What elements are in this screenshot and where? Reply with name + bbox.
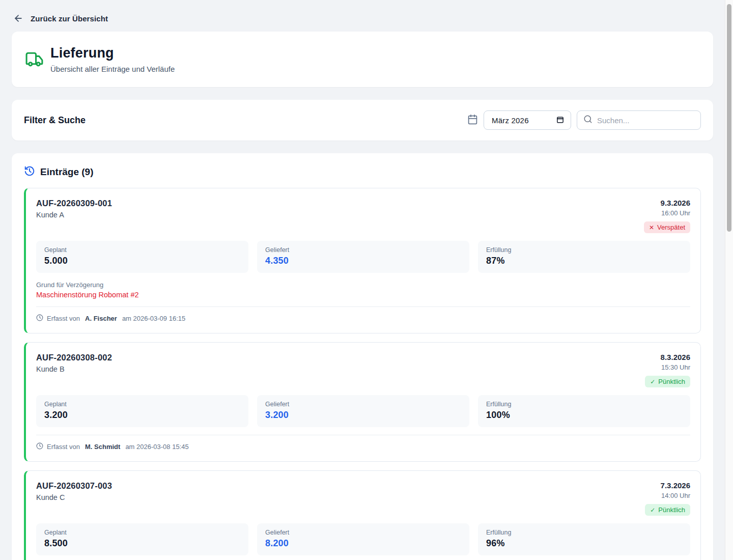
stat-value: 8.200: [265, 538, 461, 549]
truck-icon: [25, 50, 44, 71]
search-input[interactable]: [597, 116, 694, 125]
entry-time: 15:30 Uhr: [645, 363, 690, 371]
stat-value: 87%: [486, 256, 682, 266]
stat-delivered: Geliefert 3.200: [257, 395, 469, 427]
entry-date: 8.3.2026: [645, 353, 690, 361]
entry-time: 16:00 Uhr: [644, 209, 690, 217]
page-subtitle: Übersicht aller Einträge und Verläufe: [50, 65, 175, 73]
recorded-by-label: Erfasst von: [47, 315, 80, 322]
status-badge-ontime: ✓Pünktlich: [645, 376, 690, 387]
entry-date: 7.3.2026: [645, 481, 690, 490]
stat-label: Geplant: [44, 529, 240, 536]
stat-label: Geliefert: [265, 529, 461, 536]
stat-value: 3.200: [44, 410, 240, 421]
recorded-by-label: Erfasst von: [47, 443, 80, 451]
entries-section: Einträge (9) AUF-20260309-001 Kunde A 9.…: [12, 153, 713, 560]
check-icon: ✓: [650, 507, 655, 514]
status-label: Pünktlich: [658, 378, 685, 385]
stat-value: 100%: [486, 410, 682, 421]
entry-date: 9.3.2026: [644, 199, 690, 207]
check-icon: ✓: [650, 378, 655, 385]
entry-card: AUF-20260307-003 Kunde C 7.3.2026 14:00 …: [24, 470, 701, 560]
status-badge-late: ✕Verspätet: [644, 221, 690, 233]
filter-title: Filter & Suche: [24, 115, 86, 126]
recorded-by-name: A. Fischer: [85, 315, 117, 322]
calendar-icon: [467, 114, 478, 127]
recorded-at: am 2026-03-09 16:15: [122, 315, 185, 322]
stat-delivered: Geliefert 4.350: [257, 241, 469, 273]
page: Zurück zur Übersicht Lieferung Übersicht…: [0, 0, 725, 560]
stat-value: 3.200: [265, 410, 461, 421]
page-header-card: Lieferung Übersicht aller Einträge und V…: [12, 32, 713, 87]
customer-name: Kunde C: [36, 493, 112, 501]
stat-value: 4.350: [265, 256, 461, 266]
back-link-label: Zurück zur Übersicht: [31, 14, 108, 23]
stat-delivered: Geliefert 8.200: [257, 523, 469, 555]
stat-fulfillment: Erfüllung 87%: [478, 241, 690, 273]
stat-label: Geplant: [44, 246, 240, 254]
back-link[interactable]: Zurück zur Übersicht: [0, 0, 725, 32]
clock-icon: [36, 442, 43, 451]
stat-label: Geliefert: [265, 401, 461, 408]
history-clock-icon: [24, 165, 35, 179]
month-picker-input[interactable]: März 2026: [484, 110, 571, 130]
month-picker-value: März 2026: [492, 116, 529, 125]
stat-planned: Geplant 5.000: [36, 241, 248, 273]
stat-label: Erfüllung: [486, 529, 682, 536]
delay-reason-text: Maschinenstörung Robomat #2: [36, 291, 690, 299]
stat-value: 5.000: [44, 256, 240, 266]
stat-fulfillment: Erfüllung 100%: [478, 395, 690, 427]
stat-label: Erfüllung: [486, 246, 682, 254]
order-id: AUF-20260308-002: [36, 353, 112, 362]
arrow-left-icon: [13, 13, 23, 23]
filter-card: Filter & Suche März 2026: [12, 100, 713, 141]
stat-planned: Geplant 8.500: [36, 523, 248, 555]
stat-label: Geplant: [44, 401, 240, 408]
order-id: AUF-20260307-003: [36, 481, 112, 491]
month-picker-calendar-icon[interactable]: [556, 116, 564, 125]
vertical-scrollbar[interactable]: [725, 0, 733, 560]
status-label: Pünktlich: [658, 506, 685, 514]
status-badge-ontime: ✓Pünktlich: [645, 504, 690, 516]
stat-label: Geliefert: [265, 246, 461, 254]
entries-heading: Einträge (9): [40, 166, 94, 178]
stat-fulfillment: Erfüllung 96%: [478, 523, 690, 555]
recorded-by-name: M. Schmidt: [85, 443, 120, 451]
status-label: Verspätet: [657, 223, 685, 231]
x-icon: ✕: [649, 224, 654, 231]
search-box: [577, 110, 701, 130]
customer-name: Kunde A: [36, 211, 112, 219]
entry-card: AUF-20260308-002 Kunde B 8.3.2026 15:30 …: [24, 342, 701, 462]
clock-icon: [36, 314, 43, 323]
stat-label: Erfüllung: [486, 401, 682, 408]
stat-value: 96%: [486, 538, 682, 549]
entry-time: 14:00 Uhr: [645, 492, 690, 499]
order-id: AUF-20260309-001: [36, 199, 112, 208]
entry-card: AUF-20260309-001 Kunde A 9.3.2026 16:00 …: [24, 188, 701, 333]
search-icon: [583, 115, 593, 126]
stat-value: 8.500: [44, 538, 240, 549]
recorded-at: am 2026-03-08 15:45: [125, 443, 188, 451]
stat-planned: Geplant 3.200: [36, 395, 248, 427]
scrollbar-thumb[interactable]: [727, 4, 731, 232]
customer-name: Kunde B: [36, 365, 112, 373]
page-title: Lieferung: [50, 45, 175, 61]
delay-reason-label: Grund für Verzögerung: [36, 281, 690, 289]
